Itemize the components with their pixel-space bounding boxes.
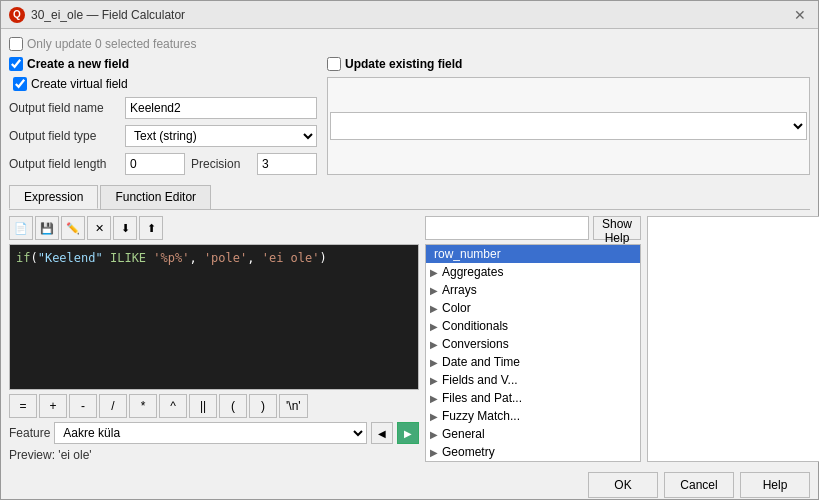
func-item-fuzzy_match[interactable]: ▶ Fuzzy Match...: [426, 407, 640, 425]
op-minus[interactable]: -: [69, 394, 97, 418]
expr-toolbar: 📄 💾 ✏️ ✕ ⬇ ⬆: [9, 216, 419, 240]
cancel-button[interactable]: Cancel: [664, 472, 734, 498]
op-paren-open[interactable]: (: [219, 394, 247, 418]
func-label-general: General: [442, 427, 485, 441]
help-button[interactable]: Help: [740, 472, 810, 498]
func-arrow-files_and_pat: ▶: [430, 393, 438, 404]
func-list[interactable]: row_number ▶ Aggregates ▶ Arrays ▶ Color: [425, 244, 641, 462]
op-concat[interactable]: ||: [189, 394, 217, 418]
create-virtual-field-check[interactable]: [13, 77, 27, 91]
output-field-length-label: Output field length: [9, 157, 119, 171]
op-mul[interactable]: *: [129, 394, 157, 418]
func-item-color[interactable]: ▶ Color: [426, 299, 640, 317]
export-button[interactable]: ⬆: [139, 216, 163, 240]
output-field-type-label: Output field type: [9, 129, 119, 143]
func-arrow-color: ▶: [430, 303, 438, 314]
function-panel: Show Help row_number ▶ Aggregates ▶ Arra…: [425, 216, 641, 462]
func-item-fields_and_v[interactable]: ▶ Fields and V...: [426, 371, 640, 389]
func-item-date_and_time[interactable]: ▶ Date and Time: [426, 353, 640, 371]
feature-row: Feature Aakre küla ◀ ▶: [9, 422, 419, 444]
feature-select[interactable]: Aakre küla: [54, 422, 367, 444]
title-bar: Q 30_ei_ole — Field Calculator ✕: [1, 1, 818, 29]
operators-row: = + - / * ^ || ( ) '\n': [9, 394, 419, 418]
precision-spin[interactable]: [257, 153, 317, 175]
op-paren-close[interactable]: ): [249, 394, 277, 418]
func-label-conditionals: Conditionals: [442, 319, 508, 333]
func-item-conditionals[interactable]: ▶ Conditionals: [426, 317, 640, 335]
output-field-length-spin[interactable]: [125, 153, 185, 175]
expression-editor[interactable]: if("Keelend" ILIKE '%p%', 'pole', 'ei ol…: [9, 244, 419, 390]
close-button[interactable]: ✕: [790, 5, 810, 25]
func-item-conversions[interactable]: ▶ Conversions: [426, 335, 640, 353]
func-label-row_number: row_number: [434, 247, 501, 261]
func-arrow-general: ▶: [430, 429, 438, 440]
update-existing-field-check[interactable]: [327, 57, 341, 71]
save-button[interactable]: 💾: [35, 216, 59, 240]
output-field-name-label: Output field name: [9, 101, 119, 115]
create-new-field-label: Create a new field: [27, 57, 129, 71]
editor-area: 📄 💾 ✏️ ✕ ⬇ ⬆ if("Keelend" ILIKE '%p%', '…: [9, 216, 810, 462]
update-selected-check[interactable]: [9, 37, 23, 51]
create-new-field-row: Create a new field: [9, 57, 317, 71]
tab-expression[interactable]: Expression: [9, 185, 98, 209]
op-pow[interactable]: ^: [159, 394, 187, 418]
func-label-files_and_pat: Files and Pat...: [442, 391, 522, 405]
ok-button[interactable]: OK: [588, 472, 658, 498]
output-field-type-select[interactable]: Text (string) Integer Decimal: [125, 125, 317, 147]
func-arrow-fields_and_v: ▶: [430, 375, 438, 386]
left-panel: Create a new field Create virtual field …: [9, 57, 317, 175]
app-icon: Q: [9, 7, 25, 23]
func-label-fields_and_v: Fields and V...: [442, 373, 518, 387]
next-feature-btn[interactable]: ▶: [397, 422, 419, 444]
bottom-buttons: OK Cancel Help: [9, 468, 810, 500]
func-arrow-aggregates: ▶: [430, 267, 438, 278]
new-button[interactable]: 📄: [9, 216, 33, 240]
right-panel: Update existing field: [327, 57, 810, 175]
help-panel: [647, 216, 819, 462]
expression-panel: 📄 💾 ✏️ ✕ ⬇ ⬆ if("Keelend" ILIKE '%p%', '…: [9, 216, 419, 462]
window-body: Only update 0 selected features Create a…: [1, 29, 818, 500]
show-help-button[interactable]: Show Help: [593, 216, 641, 240]
op-newline[interactable]: '\n': [279, 394, 308, 418]
prev-feature-btn[interactable]: ◀: [371, 422, 393, 444]
func-label-aggregates: Aggregates: [442, 265, 503, 279]
func-arrow-fuzzy_match: ▶: [430, 411, 438, 422]
func-label-fuzzy_match: Fuzzy Match...: [442, 409, 520, 423]
op-eq[interactable]: =: [9, 394, 37, 418]
op-div[interactable]: /: [99, 394, 127, 418]
edit-button[interactable]: ✏️: [61, 216, 85, 240]
create-virtual-field-row: Create virtual field: [13, 77, 317, 91]
func-item-arrays[interactable]: ▶ Arrays: [426, 281, 640, 299]
create-virtual-field-label: Create virtual field: [31, 77, 128, 91]
func-label-conversions: Conversions: [442, 337, 509, 351]
func-arrow-arrays: ▶: [430, 285, 438, 296]
func-item-files_and_pat[interactable]: ▶ Files and Pat...: [426, 389, 640, 407]
output-field-length-row: Output field length Precision: [9, 153, 317, 175]
create-new-field-check[interactable]: [9, 57, 23, 71]
preview-value: 'ei ole': [58, 448, 91, 462]
update-selected-label: Only update 0 selected features: [27, 37, 196, 51]
func-label-geometry: Geometry: [442, 445, 495, 459]
func-item-geometry[interactable]: ▶ Geometry: [426, 443, 640, 461]
func-arrow-date_and_time: ▶: [430, 357, 438, 368]
feature-label: Feature: [9, 426, 50, 440]
update-field-select[interactable]: [330, 112, 807, 140]
func-search-input[interactable]: [425, 216, 589, 240]
func-item-row_number[interactable]: row_number: [426, 245, 640, 263]
title-bar-left: Q 30_ei_ole — Field Calculator: [9, 7, 185, 23]
top-two-col: Create a new field Create virtual field …: [9, 57, 810, 175]
output-field-name-input[interactable]: [125, 97, 317, 119]
func-arrow-conditionals: ▶: [430, 321, 438, 332]
op-plus[interactable]: +: [39, 394, 67, 418]
func-arrow-conversions: ▶: [430, 339, 438, 350]
preview-label: Preview:: [9, 448, 55, 462]
tab-function-editor[interactable]: Function Editor: [100, 185, 211, 209]
func-item-general[interactable]: ▶ General: [426, 425, 640, 443]
tab-bar: Expression Function Editor: [9, 185, 810, 210]
delete-button[interactable]: ✕: [87, 216, 111, 240]
func-label-color: Color: [442, 301, 471, 315]
import-button[interactable]: ⬇: [113, 216, 137, 240]
func-arrow-geometry: ▶: [430, 447, 438, 458]
preview-row: Preview: 'ei ole': [9, 448, 419, 462]
func-item-aggregates[interactable]: ▶ Aggregates: [426, 263, 640, 281]
